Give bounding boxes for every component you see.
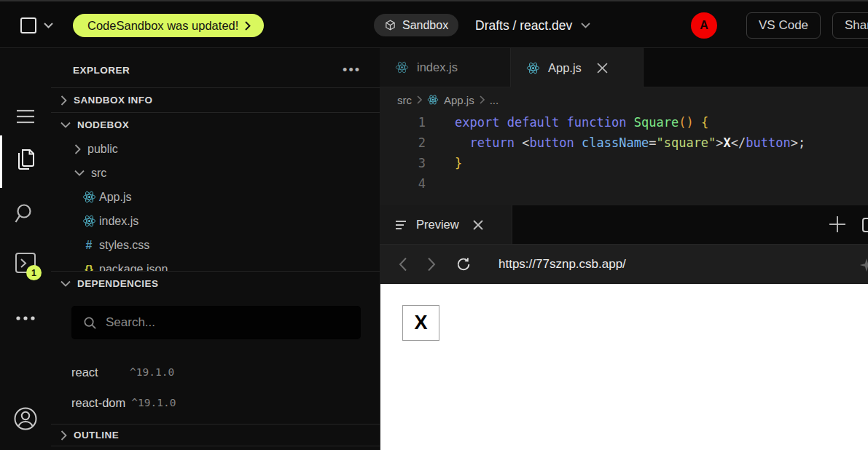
line-number: 3 bbox=[380, 156, 426, 170]
activity-bar: 1 ⚙ bbox=[0, 48, 51, 450]
code-line-3[interactable]: 3} bbox=[380, 153, 868, 173]
explorer-more-icon[interactable]: ••• bbox=[343, 67, 361, 73]
file-item-styles-css[interactable]: #styles.css bbox=[51, 233, 380, 257]
search-icon[interactable] bbox=[15, 202, 36, 224]
avatar-letter: A bbox=[700, 19, 708, 32]
chevron-down-icon bbox=[581, 23, 590, 28]
preview-tab-bar: Preview bbox=[380, 205, 868, 245]
vs-code-button[interactable]: VS Code bbox=[746, 12, 821, 39]
window-menu-icon[interactable] bbox=[20, 17, 36, 33]
section-nodebox[interactable]: NODEBOX bbox=[51, 113, 380, 137]
close-icon[interactable] bbox=[595, 60, 610, 76]
chevron-right-icon bbox=[74, 144, 81, 154]
file-item-app-js[interactable]: App.js bbox=[51, 185, 380, 209]
file-tree: publicsrcApp.jsindex.js#styles.css{}pack… bbox=[51, 137, 380, 271]
more-actions-icon[interactable] bbox=[15, 316, 36, 320]
avatar[interactable]: A bbox=[691, 12, 717, 39]
dependency-search-input[interactable] bbox=[106, 315, 349, 330]
explorer-header: EXPLORER ••• bbox=[51, 57, 380, 83]
chevron-down-icon bbox=[74, 170, 85, 176]
react-icon bbox=[427, 94, 439, 106]
sparkle-ai-icon[interactable] bbox=[859, 257, 868, 273]
code-editor[interactable]: src App.js ... 1export default function … bbox=[380, 87, 868, 205]
editor-tab-app-js[interactable]: App.js bbox=[511, 48, 644, 87]
dependency-react[interactable]: react^19.1.0 bbox=[51, 357, 380, 387]
line-number: 4 bbox=[380, 176, 426, 191]
cube-icon bbox=[384, 19, 396, 31]
project-breadcrumb[interactable]: Drafts / react.dev bbox=[475, 1, 590, 50]
section-sandbox-info[interactable]: SANDBOX INFO bbox=[51, 88, 380, 112]
square-game-button[interactable]: X bbox=[402, 305, 439, 341]
terminal-count-badge: 1 bbox=[26, 265, 42, 280]
chevron-right-icon bbox=[60, 430, 67, 441]
chevron-right-icon bbox=[60, 95, 67, 106]
react-icon bbox=[526, 61, 540, 75]
section-dependencies[interactable]: DEPENDENCIES bbox=[51, 271, 380, 296]
section-outline[interactable]: OUTLINE bbox=[51, 424, 380, 446]
editor-breadcrumb[interactable]: src App.js ... bbox=[380, 87, 868, 112]
window-chevron-down-icon[interactable] bbox=[44, 23, 53, 28]
preview-pane: X bbox=[380, 284, 868, 450]
explorer-sidebar: EXPLORER ••• SANDBOX INFO NODEBOX public… bbox=[51, 48, 380, 450]
json-braces-icon: {} bbox=[85, 263, 93, 271]
dependency-search bbox=[71, 306, 361, 339]
react-icon bbox=[395, 60, 409, 74]
code-line-4[interactable]: 4 bbox=[380, 173, 868, 194]
editor-tab-index-js[interactable]: index.js bbox=[380, 48, 511, 87]
preview-tab-label: Preview bbox=[416, 218, 459, 232]
code-line-2[interactable]: 2 return <button className="square">X</b… bbox=[380, 133, 868, 153]
nav-back-icon[interactable] bbox=[399, 257, 407, 272]
folder-item-src[interactable]: src bbox=[51, 161, 380, 185]
add-preview-icon[interactable] bbox=[828, 215, 847, 234]
chevron-right-icon bbox=[480, 95, 485, 104]
dependency-list: react^19.1.0react-dom^19.1.0 bbox=[51, 357, 380, 418]
breadcrumb-symbol[interactable]: ... bbox=[490, 94, 499, 106]
file-item-package-json[interactable]: {}package.json bbox=[51, 257, 380, 271]
chevron-down-icon bbox=[60, 280, 71, 287]
preview-url[interactable]: https://77sznp.csb.app/ bbox=[498, 257, 626, 272]
account-icon[interactable] bbox=[13, 406, 38, 431]
breadcrumb-folder[interactable]: src bbox=[397, 94, 412, 106]
codesandbox-window: CodeSandbox was updated! Sandbox Drafts … bbox=[0, 0, 868, 450]
project-breadcrumb-label: Drafts / react.dev bbox=[475, 18, 572, 33]
nav-forward-icon[interactable] bbox=[427, 257, 436, 272]
breadcrumb-file[interactable]: App.js bbox=[444, 94, 474, 106]
preview-tab[interactable]: Preview bbox=[380, 205, 512, 244]
share-button[interactable]: Share bbox=[832, 12, 868, 39]
dependency-react-dom[interactable]: react-dom^19.1.0 bbox=[51, 387, 380, 418]
explorer-title: EXPLORER bbox=[73, 65, 130, 76]
layout-icon[interactable] bbox=[862, 218, 868, 232]
search-icon bbox=[83, 316, 97, 330]
line-number: 1 bbox=[380, 115, 426, 130]
active-view-indicator bbox=[0, 135, 2, 188]
chevron-right-icon bbox=[245, 21, 251, 31]
line-number: 2 bbox=[380, 135, 426, 150]
sandbox-type-badge[interactable]: Sandbox bbox=[374, 14, 458, 36]
folder-item-public[interactable]: public bbox=[51, 137, 380, 161]
update-banner-label: CodeSandbox was updated! bbox=[87, 19, 238, 33]
preview-list-icon bbox=[396, 220, 407, 230]
file-item-index-js[interactable]: index.js bbox=[51, 209, 380, 233]
chevron-right-icon bbox=[417, 95, 422, 104]
code-lines: 1export default function Square() {2 ret… bbox=[380, 112, 868, 194]
menu-hamburger-icon[interactable] bbox=[16, 109, 35, 124]
top-bar: CodeSandbox was updated! Sandbox Drafts … bbox=[0, 0, 868, 48]
editor-column: index.jsApp.js src App.js ... 1export de… bbox=[380, 48, 868, 450]
editor-tab-bar: index.jsApp.js bbox=[380, 48, 868, 87]
refresh-icon[interactable] bbox=[455, 256, 472, 272]
react-icon bbox=[82, 214, 96, 228]
sandbox-badge-label: Sandbox bbox=[402, 19, 448, 32]
code-line-1[interactable]: 1export default function Square() { bbox=[380, 112, 868, 133]
chevron-down-icon bbox=[60, 122, 71, 128]
preview-url-bar: https://77sznp.csb.app/ bbox=[380, 245, 868, 284]
close-icon[interactable] bbox=[471, 218, 485, 232]
react-file-icon bbox=[427, 94, 439, 106]
explorer-files-icon[interactable] bbox=[14, 147, 37, 172]
css-hash-icon: # bbox=[86, 239, 93, 252]
react-icon bbox=[82, 190, 96, 204]
update-banner-button[interactable]: CodeSandbox was updated! bbox=[73, 14, 264, 37]
